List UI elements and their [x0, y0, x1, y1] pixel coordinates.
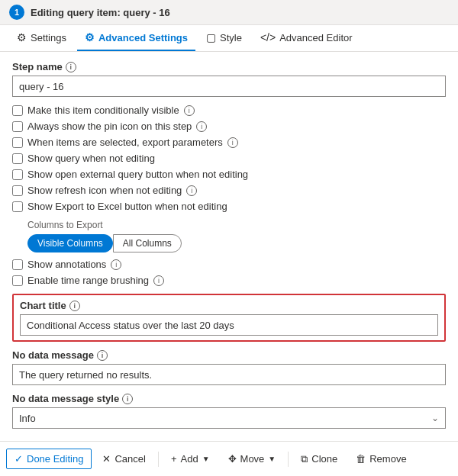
done-editing-button[interactable]: ✓ Done Editing: [6, 449, 92, 469]
annotations-info-icon[interactable]: i: [111, 259, 121, 270]
checkbox-show-refresh: Show refresh icon when not editing i: [12, 185, 446, 196]
chart-title-group: Chart title i: [12, 294, 446, 342]
move-caret-icon: ▼: [268, 455, 276, 463]
remove-icon: 🗑: [356, 453, 366, 465]
pin-icon-checkbox[interactable]: [12, 121, 23, 132]
done-editing-label: Done Editing: [27, 453, 83, 465]
annotations-checkbox[interactable]: [12, 259, 23, 270]
cancel-button[interactable]: ✕ Cancel: [95, 449, 153, 468]
tab-bar: ⚙ Settings ⚙ Advanced Settings ▢ Style <…: [0, 25, 458, 52]
add-icon: +: [171, 453, 177, 465]
step-name-input[interactable]: [12, 76, 446, 97]
step-name-info-icon[interactable]: i: [66, 62, 76, 72]
header-title: Editing query item: query - 16: [31, 7, 170, 18]
form-content: Step name i Make this item conditionally…: [0, 52, 458, 436]
time-range-info-icon[interactable]: i: [153, 275, 164, 286]
checkboxes-group-2: Show annotations i Enable time range bru…: [12, 259, 446, 286]
chevron-down-icon: ⌄: [431, 413, 439, 423]
chart-title-input[interactable]: [20, 314, 438, 336]
cond-visible-checkbox[interactable]: [12, 105, 23, 116]
show-refresh-info-icon[interactable]: i: [186, 185, 197, 196]
no-data-style-group: No data message style i Info ⌄: [12, 393, 446, 429]
time-range-checkbox[interactable]: [12, 275, 23, 286]
footer-divider-2: [288, 452, 289, 467]
move-label: Move: [240, 453, 265, 465]
checkmark-icon: ✓: [15, 453, 23, 465]
checkbox-pin-icon: Always show the pin icon on this step i: [12, 121, 446, 132]
checkbox-export-params: When items are selected, export paramete…: [12, 137, 446, 148]
remove-button[interactable]: 🗑 Remove: [348, 449, 414, 468]
remove-label: Remove: [369, 453, 406, 465]
move-button[interactable]: ✥ Move ▼: [221, 449, 284, 468]
chart-title-label: Chart title i: [20, 300, 438, 311]
export-params-info-icon[interactable]: i: [227, 137, 238, 148]
add-caret-icon: ▼: [202, 455, 210, 463]
advanced-editor-icon: </>: [260, 31, 276, 43]
tab-advanced-editor-label: Advanced Editor: [279, 32, 352, 43]
no-data-style-label: No data message style i: [12, 393, 446, 404]
clone-button[interactable]: ⧉ Clone: [293, 449, 345, 469]
tab-advanced-settings[interactable]: ⚙ Advanced Settings: [77, 25, 195, 51]
checkboxes-group-1: Make this item conditionally visible i A…: [12, 105, 446, 212]
cancel-icon: ✕: [102, 453, 111, 465]
checkbox-cond-visible: Make this item conditionally visible i: [12, 105, 446, 116]
checkbox-open-external: Show open external query button when not…: [12, 169, 446, 180]
tab-advanced-settings-label: Advanced Settings: [98, 32, 188, 43]
columns-toggle-group: Visible Columns All Columns: [27, 234, 446, 252]
pin-icon-info-icon[interactable]: i: [196, 121, 207, 132]
show-refresh-checkbox[interactable]: [12, 185, 23, 196]
checkbox-show-export: Show Export to Excel button when not edi…: [12, 201, 446, 212]
no-data-style-select[interactable]: Info ⌄: [12, 407, 446, 429]
open-external-checkbox[interactable]: [12, 169, 23, 180]
columns-to-export-section: Columns to Export Visible Columns All Co…: [27, 220, 446, 252]
show-query-checkbox[interactable]: [12, 153, 23, 164]
settings-icon: ⚙: [17, 31, 27, 43]
tab-style-label: Style: [220, 32, 242, 43]
no-data-message-info-icon[interactable]: i: [97, 350, 108, 361]
visible-columns-btn[interactable]: Visible Columns: [27, 234, 113, 252]
no-data-message-label: No data message i: [12, 349, 446, 361]
advanced-settings-icon: ⚙: [85, 31, 95, 43]
cancel-label: Cancel: [114, 453, 145, 465]
tab-advanced-editor[interactable]: </> Advanced Editor: [253, 25, 360, 51]
add-button[interactable]: + Add ▼: [163, 449, 218, 468]
no-data-style-value: Info: [19, 413, 36, 424]
checkbox-time-range: Enable time range brushing i: [12, 275, 446, 286]
checkbox-annotations: Show annotations i: [12, 259, 446, 270]
step-name-group: Step name i: [12, 61, 446, 97]
show-export-checkbox[interactable]: [12, 201, 23, 212]
checkbox-show-query: Show query when not editing: [12, 153, 446, 164]
all-columns-btn[interactable]: All Columns: [113, 234, 182, 252]
columns-to-export-label: Columns to Export: [27, 220, 446, 230]
header: 1 Editing query item: query - 16: [0, 0, 458, 25]
header-badge: 1: [9, 5, 24, 20]
cond-visible-info-icon[interactable]: i: [184, 105, 195, 116]
chart-title-info-icon[interactable]: i: [69, 301, 80, 311]
tab-settings-label: Settings: [31, 32, 66, 43]
clone-icon: ⧉: [301, 453, 308, 465]
footer-toolbar: ✓ Done Editing ✕ Cancel + Add ▼ ✥ Move ▼…: [0, 441, 458, 476]
no-data-message-input[interactable]: [12, 364, 446, 385]
move-icon: ✥: [228, 453, 237, 465]
no-data-message-group: No data message i: [12, 349, 446, 385]
add-label: Add: [181, 453, 198, 465]
no-data-style-info-icon[interactable]: i: [122, 394, 133, 404]
tab-style[interactable]: ▢ Style: [198, 25, 250, 51]
tab-settings[interactable]: ⚙ Settings: [9, 25, 74, 51]
export-params-checkbox[interactable]: [12, 137, 23, 148]
footer-divider-1: [158, 452, 159, 467]
style-icon: ▢: [206, 31, 216, 43]
clone-label: Clone: [311, 453, 337, 465]
step-name-label: Step name i: [12, 61, 446, 72]
